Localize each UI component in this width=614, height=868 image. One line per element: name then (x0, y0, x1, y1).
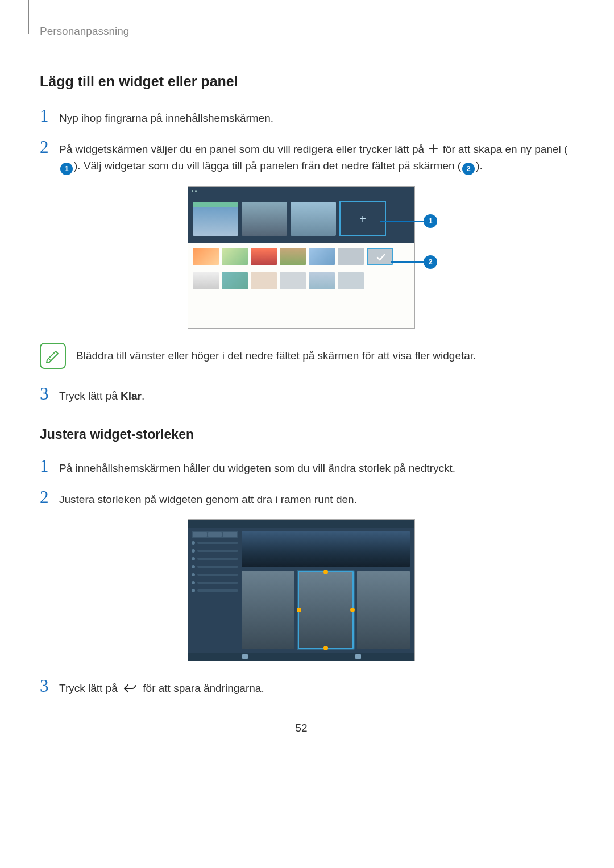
plus-icon (428, 144, 438, 154)
note-icon (40, 343, 66, 369)
step-text: Nyp ihop fingrarna på innehållshemskärme… (59, 107, 574, 126)
step-number: 3 (40, 677, 59, 695)
figure-widget-picker: + (188, 186, 415, 329)
step-1-3: 3 Tryck lätt på Klar. (40, 385, 574, 404)
fig2-topbar (188, 520, 414, 528)
step-number: 3 (40, 385, 59, 402)
step-text: Tryck lätt på Klar. (59, 385, 574, 404)
page-number: 52 (28, 720, 574, 736)
note-row: Bläddra till vänster eller höger i det n… (40, 343, 574, 369)
step-2-2: 2 Justera storleken på widgeten genom at… (40, 488, 574, 508)
step-number: 2 (40, 138, 59, 156)
add-panel-button[interactable]: + (339, 201, 386, 236)
plus-icon: + (359, 210, 366, 228)
callout-badge-1: 1 (60, 163, 73, 175)
note-text: Bläddra till vänster eller höger i det n… (76, 347, 476, 364)
section2-title: Justera widget-storleken (40, 425, 574, 445)
callout-1: 1 (380, 214, 437, 228)
fig2-main (242, 528, 414, 653)
selected-widget[interactable] (367, 248, 393, 265)
step-1-2: 2 På widgetskärmen väljer du en panel so… (40, 138, 574, 176)
fig1-widgets-area (188, 243, 414, 299)
figure-widget-resize (188, 519, 415, 661)
figure-1-wrap: + (28, 186, 574, 329)
fig1-topbar (188, 187, 414, 195)
section1-title: Lägg till en widget eller panel (40, 70, 574, 93)
step-2-3: 3 Tryck lätt på för att spara ändringarn… (40, 677, 574, 696)
step-2-1: 1 På innehållshemskärmen håller du widge… (40, 457, 574, 476)
step-number: 1 (40, 107, 59, 124)
callout-badge-2: 2 (462, 163, 475, 175)
fig2-bottombar (188, 653, 414, 661)
step-number: 1 (40, 457, 59, 475)
breadcrumb: Personanpassning (40, 23, 574, 39)
fig2-sidebar (188, 528, 242, 653)
step-text: Justera storleken på widgeten genom att … (59, 488, 574, 508)
step-text: Tryck lätt på för att spara ändringarna. (59, 677, 574, 696)
fig2-selected-widget[interactable] (298, 571, 353, 649)
step-1-1: 1 Nyp ihop fingrarna på innehållshemskär… (40, 107, 574, 126)
back-icon (123, 683, 138, 693)
step-text: På innehållshemskärmen håller du widgete… (59, 457, 574, 476)
figure-2-wrap (28, 519, 574, 661)
step-number: 2 (40, 488, 59, 506)
check-icon (376, 252, 386, 263)
step-text: På widgetskärmen väljer du en panel som … (59, 138, 574, 176)
callout-2: 2 (391, 255, 437, 269)
